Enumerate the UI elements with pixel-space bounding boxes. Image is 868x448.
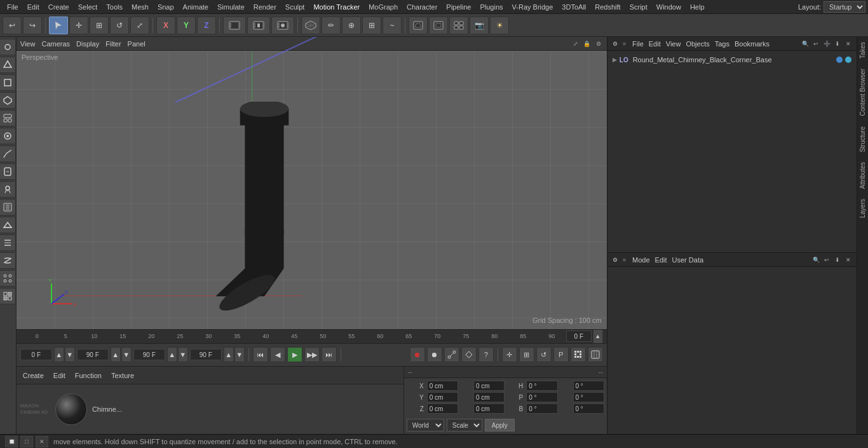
- viewport-icon-config[interactable]: ⚙: [594, 39, 603, 48]
- menu-mesh[interactable]: Mesh: [127, 2, 153, 12]
- viewport-icon-expand[interactable]: ⤢: [571, 39, 580, 48]
- current-frame-up[interactable]: ▲: [167, 347, 177, 362]
- menu-3dtoall[interactable]: 3DToAll: [557, 2, 590, 12]
- menu-window[interactable]: Window: [652, 2, 686, 12]
- keyframe-button[interactable]: [461, 347, 477, 362]
- attr-userdata-menu[interactable]: User Data: [672, 256, 704, 264]
- menu-script[interactable]: Script: [625, 2, 652, 12]
- om-edit-menu[interactable]: Edit: [649, 40, 661, 48]
- perspective-view-button[interactable]: [409, 17, 428, 34]
- viewport-canvas[interactable]: Perspective: [17, 51, 607, 329]
- viewport-menu-filter[interactable]: Filter: [105, 40, 121, 48]
- attr-expand-icon[interactable]: ⬇: [833, 255, 842, 264]
- view-options-button[interactable]: [588, 347, 603, 362]
- viewport-icon-lock[interactable]: 🔒: [583, 39, 592, 48]
- viewport-menu-display[interactable]: Display: [76, 40, 99, 48]
- left-tool-deform[interactable]: [0, 252, 16, 269]
- z-pos-input[interactable]: [427, 404, 458, 414]
- left-tool-plane[interactable]: [0, 217, 16, 233]
- menu-create[interactable]: Create: [44, 2, 74, 12]
- menu-sculpt[interactable]: Sculpt: [281, 2, 309, 12]
- ik-button[interactable]: [571, 347, 586, 362]
- left-tool-scene[interactable]: [0, 110, 16, 126]
- y-pos2-input[interactable]: [473, 392, 505, 402]
- x-axis-button[interactable]: X: [156, 17, 175, 34]
- scale-handles-button[interactable]: ⊞: [519, 347, 534, 362]
- menu-mograph[interactable]: MoGraph: [364, 2, 402, 12]
- menu-pipeline[interactable]: Pipeline: [442, 2, 475, 12]
- tab-attributes[interactable]: Attributes: [857, 157, 868, 194]
- texture-button[interactable]: Texture: [107, 370, 138, 381]
- menu-tools[interactable]: Tools: [102, 2, 127, 12]
- menu-animate[interactable]: Animate: [179, 2, 213, 12]
- frame-end-down[interactable]: ▼: [121, 347, 132, 362]
- om-close-icon[interactable]: ✕: [844, 39, 853, 48]
- om-objects-menu[interactable]: Objects: [686, 40, 709, 48]
- tab-structure[interactable]: Structure: [857, 121, 868, 158]
- left-tool-object[interactable]: [0, 92, 16, 109]
- render-to-picture-button[interactable]: [271, 17, 294, 34]
- create-button[interactable]: Create: [19, 370, 48, 381]
- menu-select[interactable]: Select: [74, 2, 102, 12]
- om-bookmarks-menu[interactable]: Bookmarks: [735, 40, 770, 48]
- redo-button[interactable]: ↪: [23, 17, 42, 34]
- attr-search-icon[interactable]: 🔍: [811, 255, 820, 264]
- light-button[interactable]: ☀: [490, 17, 509, 34]
- attr-edit-menu[interactable]: Edit: [655, 256, 667, 264]
- menu-simulate[interactable]: Simulate: [213, 2, 249, 12]
- layout-dropdown[interactable]: Startup: [824, 1, 865, 13]
- material-preview-ball[interactable]: [55, 393, 87, 425]
- go-to-start-button[interactable]: ⏮: [253, 347, 268, 362]
- grid-view-button[interactable]: [449, 17, 468, 34]
- frame-start-input[interactable]: [20, 349, 52, 360]
- render-active-view-button[interactable]: [247, 17, 270, 34]
- menu-snap[interactable]: Snap: [153, 2, 179, 12]
- preview-frame-down[interactable]: ▼: [234, 347, 245, 362]
- undo-button[interactable]: ↩: [3, 17, 22, 34]
- prev-frame-button[interactable]: ◀: [270, 347, 285, 362]
- object-item-chimney[interactable]: ▶ LO Round_Metal_Chimney_Black_Corner_Ba…: [610, 53, 854, 66]
- move-tool-button[interactable]: ✛: [69, 17, 88, 34]
- om-tags-menu[interactable]: Tags: [715, 40, 729, 48]
- left-tool-align[interactable]: [0, 234, 16, 251]
- status-icon-3[interactable]: ✕: [36, 436, 48, 447]
- left-tool-matrix[interactable]: [0, 288, 16, 304]
- record-button[interactable]: ⏺: [410, 347, 425, 362]
- render-region-button[interactable]: [223, 17, 246, 34]
- frame-start-up[interactable]: ▲: [54, 347, 64, 362]
- left-tool-patch[interactable]: [0, 270, 16, 287]
- viewport-menu-cameras[interactable]: Cameras: [41, 40, 70, 48]
- timeline-ruler[interactable]: 0 5 10 15 20 25 30 35 40 45 50 55: [17, 330, 607, 344]
- camera-button[interactable]: 📷: [470, 17, 489, 34]
- left-tool-edges[interactable]: [0, 57, 16, 73]
- h-rot2-input[interactable]: [573, 381, 604, 391]
- viewport[interactable]: View Cameras Display Filter Panel ⤢ 🔒 ⚙ …: [17, 37, 607, 329]
- cube-perspective-button[interactable]: [301, 17, 320, 34]
- rotate-tool-button[interactable]: ↺: [110, 17, 129, 34]
- left-tool-sculpt[interactable]: [0, 146, 16, 162]
- frame-end-input[interactable]: [77, 349, 109, 360]
- om-add-icon[interactable]: ➕: [822, 39, 831, 48]
- y-axis-button[interactable]: Y: [177, 17, 196, 34]
- y-pos-input[interactable]: [427, 392, 458, 402]
- left-tool-paint[interactable]: [0, 163, 16, 180]
- scale-tool-button[interactable]: ⊞: [90, 17, 109, 34]
- current-frame-down[interactable]: ▼: [178, 347, 188, 362]
- attr-undo-icon[interactable]: ↩: [822, 255, 831, 264]
- menu-redshift[interactable]: Redshift: [590, 2, 625, 12]
- pose-button[interactable]: P: [553, 347, 569, 362]
- menu-vray[interactable]: V-Ray Bridge: [508, 2, 558, 12]
- rotate-handles-button[interactable]: ↺: [536, 347, 552, 362]
- menu-help[interactable]: Help: [686, 2, 709, 12]
- menu-plugins[interactable]: Plugins: [475, 2, 507, 12]
- left-tool-3dcoat[interactable]: [0, 199, 16, 215]
- menu-motion-tracker[interactable]: Motion Tracker: [309, 2, 364, 12]
- z-pos2-input[interactable]: [473, 404, 505, 414]
- motion-path-button[interactable]: [444, 347, 459, 362]
- clone-button[interactable]: ⊕: [342, 17, 361, 34]
- left-tool-points[interactable]: [0, 39, 16, 55]
- frame-up-button[interactable]: ▲: [593, 330, 603, 344]
- transform-handles-button[interactable]: ✛: [502, 347, 517, 362]
- transform-tool-button[interactable]: ⤢: [130, 17, 149, 34]
- frame-start-down[interactable]: ▼: [65, 347, 75, 362]
